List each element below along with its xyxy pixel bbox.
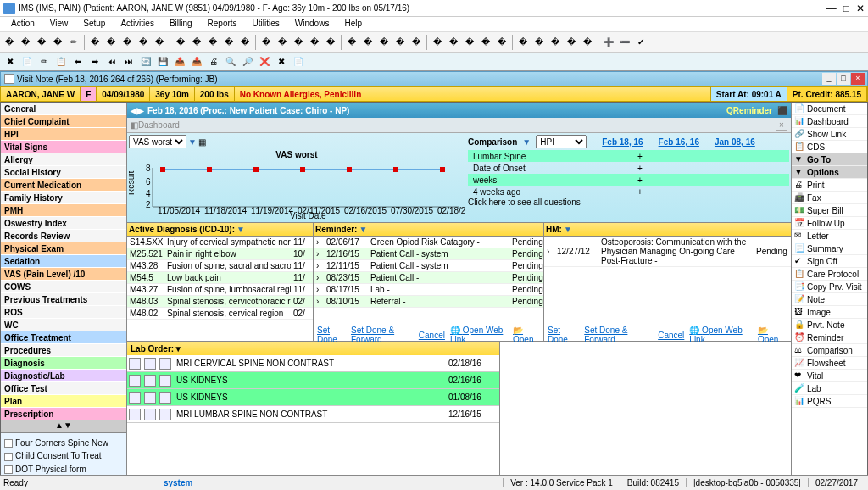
comparison-filter-icon[interactable]: ▼ — [522, 137, 531, 147]
nav-pmh[interactable]: PMH — [1, 204, 126, 217]
chart-filter-icon[interactable]: ▼ — [188, 137, 197, 147]
lab-row[interactable]: US KIDNEYS02/16/16 — [127, 372, 499, 389]
nav-chief-complaint[interactable]: Chief Complaint — [1, 115, 126, 128]
toolbar-btn-25[interactable]: � — [430, 35, 445, 50]
diagnosis-row[interactable]: M43.27Fusion of spine, lumbosacral regio… — [127, 284, 313, 296]
child-minimize-button[interactable]: _ — [822, 73, 836, 85]
menu-windows[interactable]: Windows — [287, 17, 337, 31]
form-child-consent-to-treat[interactable]: Child Consent To Treat — [4, 449, 123, 462]
lab-flag-icon[interactable] — [159, 392, 171, 404]
action-super-bill[interactable]: 💵Super Bill — [792, 204, 867, 217]
toolbar-btn-6[interactable]: � — [103, 35, 119, 50]
nav-physical-exam[interactable]: Physical Exam — [1, 242, 126, 255]
nav-social-history[interactable]: Social History — [1, 166, 126, 179]
lab-doc-icon[interactable] — [129, 392, 141, 404]
diagnosis-row[interactable]: M48.03Spinal stenosis, cervicothoracic r… — [127, 296, 313, 308]
reminder-row[interactable]: ›02/06/17Green Opiod Risk Catagory -Pend… — [314, 237, 543, 248]
action-image[interactable]: 🖼Image — [792, 306, 867, 319]
qreminder-link[interactable]: QReminder — [726, 106, 772, 115]
menu-help[interactable]: Help — [337, 17, 370, 31]
close-button[interactable]: ✕ — [856, 3, 865, 14]
action-print[interactable]: 🖨Print — [792, 179, 867, 192]
comparison-date-0[interactable]: Feb 18, 16 — [602, 137, 643, 147]
notebar-btn-2[interactable]: ✏ — [36, 54, 52, 70]
toolbar-btn-10[interactable]: � — [173, 35, 188, 50]
toolbar-btn-32[interactable]: � — [548, 35, 563, 50]
notebar-btn-3[interactable]: 📋 — [53, 54, 69, 70]
action-sign-off[interactable]: ✔Sign Off — [792, 255, 867, 268]
notebar-btn-8[interactable]: 🔄 — [138, 54, 153, 70]
menu-reports[interactable]: Reports — [200, 17, 245, 31]
action-prvt-note[interactable]: 🔒Prvt. Note — [792, 319, 867, 331]
comparison-date-2[interactable]: Jan 08, 16 — [715, 137, 755, 147]
menu-billing[interactable]: Billing — [162, 17, 200, 31]
action-show-link[interactable]: 🔗Show Link — [792, 128, 867, 141]
menu-activities[interactable]: Activities — [113, 17, 161, 31]
reminder-dropdown-icon[interactable]: ▼ — [359, 225, 367, 234]
toolbar-btn-19[interactable]: � — [323, 35, 338, 50]
lab-row[interactable]: US KIDNEYS01/08/16 — [127, 389, 499, 406]
notebar-btn-9[interactable]: 💾 — [155, 54, 170, 70]
toolbar-btn-7[interactable]: � — [120, 35, 135, 50]
toolbar-btn-27[interactable]: � — [462, 35, 477, 50]
action-reminder[interactable]: ⏰Reminder — [792, 331, 867, 344]
nav-records-review[interactable]: Records Review — [1, 230, 126, 242]
toolbar-btn-36[interactable]: ➖ — [617, 35, 632, 50]
lab-result-icon[interactable] — [144, 358, 156, 370]
nav-hpi[interactable]: HPI — [1, 128, 126, 141]
action-go-to[interactable]: ▼Go To — [792, 153, 867, 166]
nav-current-medication[interactable]: Current Medication — [1, 179, 126, 192]
lab-doc-icon[interactable] — [129, 358, 141, 370]
action-lab[interactable]: 🧪Lab — [792, 382, 867, 395]
reminder-row[interactable]: ›12/16/15Patient Call - systemPending — [314, 248, 543, 260]
menu-action[interactable]: Action — [3, 17, 42, 31]
comparison-row[interactable]: 4 weeks ago+ — [468, 186, 789, 198]
notebar-btn-0[interactable]: ✖ — [3, 54, 18, 70]
chart-view-icon[interactable]: ▦ — [198, 137, 206, 147]
nav-procedures[interactable]: Procedures — [1, 344, 126, 357]
action-copy-prv-visit[interactable]: 📑Copy Prv. Visit — [792, 281, 867, 293]
hm-dropdown-icon[interactable]: ▼ — [564, 225, 572, 234]
comparison-row[interactable]: Lumbar Spine+ — [468, 150, 789, 162]
visit-nav-arrows[interactable]: ◀▶ — [131, 106, 144, 115]
nav-collapse-toggle[interactable]: ▲▼ — [1, 420, 126, 432]
nav-ros[interactable]: ROS — [1, 306, 126, 319]
toolbar-btn-16[interactable]: � — [275, 35, 290, 50]
lab-flag-icon[interactable] — [159, 358, 171, 370]
toolbar-btn-9[interactable]: � — [152, 35, 167, 50]
toolbar-btn-26[interactable]: � — [446, 35, 461, 50]
visit-tools-icon[interactable]: ⬛ — [777, 106, 787, 115]
notebar-btn-13[interactable]: 🔍 — [223, 54, 238, 70]
notebar-btn-7[interactable]: ⏭ — [121, 54, 136, 70]
nav-allergy[interactable]: Allergy — [1, 153, 126, 166]
diagnosis-row[interactable]: M54.5Low back pain11/ — [127, 272, 313, 284]
toolbar-btn-4[interactable]: ✏ — [66, 35, 81, 50]
toolbar-btn-28[interactable]: � — [478, 35, 493, 50]
toolbar-btn-13[interactable]: � — [221, 35, 236, 50]
notebar-btn-5[interactable]: ➡ — [87, 54, 103, 70]
lab-dropdown-icon[interactable]: ▼ — [174, 344, 182, 354]
action-follow-up[interactable]: 📅Follow Up — [792, 217, 867, 230]
diagnosis-row[interactable]: S14.5XXInjury of cervical sympathetic ne… — [127, 237, 313, 248]
lab-flag-icon[interactable] — [159, 409, 171, 420]
action-pqrs[interactable]: 📊PQRS — [792, 395, 867, 408]
action-letter[interactable]: ✉Letter — [792, 230, 867, 242]
toolbar-btn-34[interactable]: � — [580, 35, 595, 50]
minimize-button[interactable]: — — [826, 3, 837, 14]
nav-cows[interactable]: COWS — [1, 281, 126, 293]
nav-oswestry-index[interactable]: Oswestry Index — [1, 217, 126, 230]
toolbar-btn-12[interactable]: � — [205, 35, 220, 50]
toolbar-btn-14[interactable]: � — [237, 35, 253, 50]
diagnosis-row[interactable]: M43.28Fusion of spine, sacral and sacroc… — [127, 260, 313, 272]
reminder-row[interactable]: ›08/10/15Referral -Pending — [314, 296, 543, 308]
notebar-btn-6[interactable]: ⏮ — [104, 54, 120, 70]
notebar-btn-4[interactable]: ⬅ — [70, 54, 86, 70]
nav-wc[interactable]: WC — [1, 319, 126, 331]
action-flowsheet[interactable]: 📈Flowsheet — [792, 357, 867, 370]
toolbar-btn-15[interactable]: � — [259, 35, 274, 50]
notebar-btn-1[interactable]: 📄 — [19, 54, 35, 70]
nav-general[interactable]: General — [1, 103, 126, 115]
notebar-btn-15[interactable]: ❌ — [257, 54, 272, 70]
toolbar-btn-31[interactable]: � — [531, 35, 547, 50]
toolbar-btn-1[interactable]: � — [18, 35, 33, 50]
